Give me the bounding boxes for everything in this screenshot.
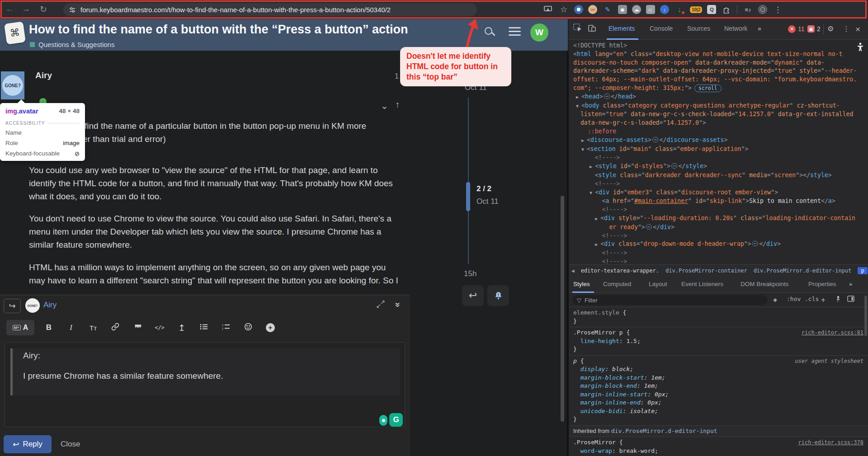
italic-button[interactable]: I: [65, 323, 77, 332]
elements-tree-line[interactable]: ▼ <section id="main" class="ember-applic…: [573, 145, 868, 154]
brush-icon[interactable]: [833, 296, 840, 304]
devtools-settings-icon[interactable]: ⚙: [827, 24, 834, 33]
toggle-hover-state[interactable]: :hov: [787, 296, 801, 302]
reply-submit-button[interactable]: ↩ Reply: [4, 435, 52, 453]
scroll-top-icon[interactable]: ↑: [395, 99, 400, 110]
composer-reply-type-icon[interactable]: ↪: [4, 299, 21, 313]
more-tabs-icon[interactable]: »: [758, 25, 761, 32]
bold-button[interactable]: B: [42, 323, 55, 332]
editor-mode-toggle[interactable]: M+ A: [6, 320, 34, 335]
url-text[interactable]: forum.keyboardmaestro.com/t/how-to-find-…: [80, 6, 391, 14]
tab-counter-extension[interactable]: 10|2: [690, 6, 702, 13]
css-property[interactable]: margin-inline-start: 0px;: [573, 390, 863, 399]
elements-tree-line[interactable]: <!---->: [573, 180, 868, 188]
site-logo[interactable]: ⌘: [4, 21, 26, 44]
extension-icon[interactable]: ↓: [674, 4, 685, 15]
elements-tree-line[interactable]: <html lang="en" class="desktop-view not-…: [573, 50, 868, 59]
code-button[interactable]: </>: [153, 324, 166, 331]
extension-icon[interactable]: ☁: [632, 5, 641, 14]
link-button[interactable]: [109, 323, 122, 333]
extension-icon[interactable]: ◉: [618, 5, 627, 14]
more-style-tabs-icon[interactable]: »: [849, 281, 853, 287]
tab-audio-list-icon[interactable]: ≡♪: [742, 4, 753, 15]
extensions-puzzle-icon[interactable]: [721, 4, 732, 15]
site-info-icon[interactable]: [69, 6, 76, 14]
css-property[interactable]: display: block;: [573, 365, 863, 374]
text-size-button[interactable]: Tт: [87, 324, 99, 332]
page-scrollbar[interactable]: [561, 196, 564, 422]
elements-tree-line[interactable]: <a href="#main-container" id="skip-link"…: [573, 197, 868, 206]
tab-event-listeners[interactable]: Event Listeners: [681, 281, 723, 287]
elements-tree-line[interactable]: <!---->: [573, 258, 868, 264]
close-composer-button[interactable]: Close: [61, 440, 80, 449]
elements-tree-line[interactable]: ::before: [573, 127, 868, 136]
post-author-avatar[interactable]: GONE?: [2, 75, 23, 96]
elements-tree-line[interactable]: <!---->: [573, 154, 868, 162]
composer-collapse-icon[interactable]: «: [392, 302, 402, 307]
composer-reply-to-avatar[interactable]: GONE?: [25, 298, 40, 313]
console-error-count[interactable]: 11: [798, 25, 805, 33]
style-rule[interactable]: rich-editor.scss:378.ProseMirror { word-…: [569, 437, 868, 456]
url-bar[interactable]: forum.keyboardmaestro.com/t/how-to-find-…: [63, 3, 477, 16]
css-property[interactable]: line-height: 1.5;: [573, 337, 863, 346]
tab-elements[interactable]: Elements: [609, 25, 635, 32]
tab-sources[interactable]: Sources: [687, 25, 710, 32]
elements-tree-line[interactable]: <style class="darkreader darkreader--syn…: [573, 171, 868, 180]
style-rule[interactable]: element.style {}: [569, 307, 868, 327]
chrome-menu-icon[interactable]: ⋮: [772, 4, 783, 15]
bullet-list-button[interactable]: [198, 323, 210, 332]
breadcrumb-left-icon[interactable]: ◀: [571, 268, 575, 274]
devtools-menu-icon[interactable]: ⋮: [843, 24, 850, 33]
device-toolbar-icon[interactable]: [588, 24, 597, 34]
layers-icon[interactable]: ◈: [773, 296, 777, 304]
more-options-button[interactable]: +: [264, 323, 277, 333]
console-errors-icon[interactable]: ✕: [788, 25, 796, 33]
style-rule[interactable]: user agent stylesheetp { display: block;…: [569, 356, 868, 426]
topic-title[interactable]: How to find the name of a button with th…: [29, 23, 408, 37]
issues-count[interactable]: 2: [817, 25, 821, 33]
tab-layout[interactable]: Layout: [649, 281, 667, 287]
tab-computed[interactable]: Computed: [603, 281, 631, 287]
elements-tree-line[interactable]: <!---->: [573, 232, 868, 240]
tab-styles[interactable]: Styles: [573, 281, 590, 287]
issues-icon[interactable]: ▣: [807, 25, 815, 33]
category-label[interactable]: Questions & Suggestions: [38, 41, 114, 48]
timeline-track[interactable]: [468, 98, 469, 264]
upload-button[interactable]: ↥: [175, 323, 188, 333]
extension-icon[interactable]: ↓: [660, 5, 669, 14]
composer-reply-to-user[interactable]: Airy: [43, 301, 57, 310]
reload-icon[interactable]: ↻: [40, 4, 47, 14]
css-property[interactable]: margin-inline-end: 0px;: [573, 399, 863, 407]
breadcrumb-item[interactable]: div.ProseMirror-container: [665, 268, 747, 274]
elements-tree-line[interactable]: ▶ <div class="drop-down-mode d-header-wr…: [573, 240, 868, 249]
new-style-rule-icon[interactable]: +: [821, 296, 826, 304]
tab-network[interactable]: Network: [724, 25, 747, 32]
emoji-button[interactable]: [242, 323, 255, 333]
extension-icon[interactable]: |||: [646, 5, 655, 14]
chevron-down-icon[interactable]: ⌄: [381, 100, 388, 111]
category-row[interactable]: Questions & Suggestions: [30, 41, 114, 48]
sidebar-panel-icon[interactable]: [847, 296, 854, 303]
elements-tree-line[interactable]: <!DOCTYPE html>: [573, 42, 868, 50]
extension-icon[interactable]: [574, 5, 583, 14]
inspect-element-icon[interactable]: [573, 24, 582, 34]
profile-avatar[interactable]: [758, 5, 767, 14]
elements-tree-line[interactable]: ▶ <head>⋯</head>: [573, 93, 868, 102]
elements-tree-line[interactable]: data-new-gr-c-s-loaded="14.1257.0">: [573, 119, 868, 127]
tab-dom-breakpoints[interactable]: DOM Breakpoints: [741, 281, 789, 287]
inherited-element-link[interactable]: div.ProseMirror.d-editor-input: [611, 428, 717, 434]
tab-console[interactable]: Console: [650, 25, 673, 32]
topic-reply-icon-button[interactable]: ↩: [462, 285, 484, 306]
elements-tree-line[interactable]: ▶ <discourse-assets>⋯</discourse-assets>: [573, 136, 868, 145]
elements-tree-line[interactable]: com"; --composer-height: 315px;">scroll: [573, 84, 868, 93]
elements-tree-line[interactable]: <!---->: [573, 206, 868, 214]
extension-icon[interactable]: oo: [588, 5, 597, 14]
post-author-name[interactable]: Airy: [35, 71, 52, 80]
tab-properties[interactable]: Properties: [808, 281, 836, 287]
elements-tree-line[interactable]: discourse-no-touch composer-open" data-d…: [573, 59, 868, 67]
elements-tree-line[interactable]: listen="true" data-new-gr-c-s-check-load…: [573, 110, 868, 119]
grammarly-suggestion-icon[interactable]: [379, 415, 387, 426]
back-icon[interactable]: ←: [5, 4, 14, 14]
breadcrumb-item[interactable]: editor-textarea-wrapper.: [581, 268, 659, 274]
breadcrumb-item[interactable]: div.ProseMirror.d-editor-input: [754, 268, 852, 274]
